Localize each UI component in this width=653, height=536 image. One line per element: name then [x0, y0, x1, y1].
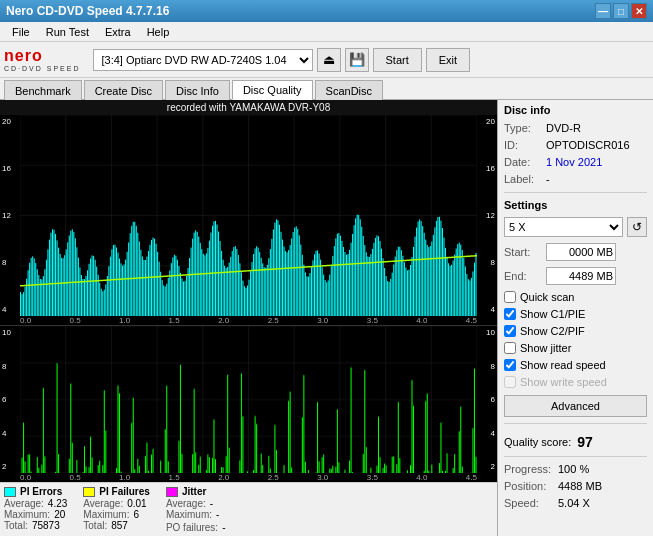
top-chart-y-right: 20 16 12 8 4: [477, 115, 495, 316]
save-icon[interactable]: 💾: [345, 48, 369, 72]
jitter-avg: -: [210, 498, 213, 509]
pi-failures-avg: 0.01: [127, 498, 146, 509]
stats-bar: PI Errors Average: 4.23 Maximum: 20 Tota…: [0, 482, 497, 536]
position-val: 4488 MB: [558, 480, 602, 492]
disc-type-row: Type: DVD-R: [504, 122, 647, 134]
right-panel: Disc info Type: DVD-R ID: OPTODISCR016 D…: [498, 100, 653, 536]
show-jitter-label: Show jitter: [520, 342, 571, 354]
menu-file[interactable]: File: [4, 24, 38, 40]
logo: nero CD·DVD SPEED: [4, 47, 81, 72]
divider1: [504, 192, 647, 193]
speed-display-val: 5.04 X: [558, 497, 590, 509]
disc-label-val: -: [546, 173, 550, 185]
show-jitter-row: Show jitter: [504, 342, 647, 354]
show-c2pif-checkbox[interactable]: [504, 325, 516, 337]
tab-disc-quality[interactable]: Disc Quality: [232, 80, 313, 100]
quality-score-row: Quality score: 97: [504, 434, 647, 450]
disc-type-val: DVD-R: [546, 122, 581, 134]
show-c1pie-checkbox[interactable]: [504, 308, 516, 320]
show-c2pif-row: Show C2/PIF: [504, 325, 647, 337]
maximize-button[interactable]: □: [613, 3, 629, 19]
x-axis-labels-bottom: 0.0 0.5 1.0 1.5 2.0 2.5 3.0 3.5 4.0 4.5: [0, 473, 497, 482]
disc-label-row: Label: -: [504, 173, 647, 185]
disc-id-val: OPTODISCR016: [546, 139, 630, 151]
pi-failures-max: 6: [133, 509, 139, 520]
settings-title: Settings: [504, 199, 647, 211]
show-write-speed-checkbox[interactable]: [504, 376, 516, 388]
pi-errors-stat: PI Errors Average: 4.23 Maximum: 20 Tota…: [4, 486, 67, 533]
speed-row: 5 X ↺: [504, 217, 647, 237]
chart-title: recorded with YAMAKAWA DVR-Y08: [0, 100, 497, 115]
minimize-button[interactable]: —: [595, 3, 611, 19]
show-c2pif-label: Show C2/PIF: [520, 325, 585, 337]
main-content: recorded with YAMAKAWA DVR-Y08 20 16 12 …: [0, 100, 653, 536]
pi-failures-total: 857: [111, 520, 128, 531]
pi-errors-avg: 4.23: [48, 498, 67, 509]
pi-errors-color: [4, 487, 16, 497]
show-jitter-checkbox[interactable]: [504, 342, 516, 354]
jitter-max: -: [216, 509, 219, 520]
pi-errors-total: 75873: [32, 520, 60, 531]
tab-benchmark[interactable]: Benchmark: [4, 80, 82, 100]
jitter-stat: Jitter Average: - Maximum: - PO failures…: [166, 486, 226, 533]
show-read-speed-label: Show read speed: [520, 359, 606, 371]
tab-disc-info[interactable]: Disc Info: [165, 80, 230, 100]
show-c1pie-label: Show C1/PIE: [520, 308, 585, 320]
menu-extra[interactable]: Extra: [97, 24, 139, 40]
top-chart-canvas: [20, 115, 477, 316]
quality-score-val: 97: [577, 434, 593, 450]
show-c1pie-row: Show C1/PIE: [504, 308, 647, 320]
refresh-icon[interactable]: ↺: [627, 217, 647, 237]
end-mb-row: End:: [504, 267, 647, 285]
start-mb-row: Start:: [504, 243, 647, 261]
show-write-speed-row: Show write speed: [504, 376, 647, 388]
quick-scan-checkbox[interactable]: [504, 291, 516, 303]
bottom-chart-y-left: 10 8 6 4 2: [2, 326, 20, 473]
title-buttons: — □ ✕: [595, 3, 647, 19]
disc-date-val: 1 Nov 2021: [546, 156, 602, 168]
disc-date-row: Date: 1 Nov 2021: [504, 156, 647, 168]
tabs-bar: Benchmark Create Disc Disc Info Disc Qua…: [0, 78, 653, 100]
start-mb-field[interactable]: [546, 243, 616, 261]
app-title: Nero CD-DVD Speed 4.7.7.16: [6, 4, 595, 18]
advanced-button[interactable]: Advanced: [504, 395, 647, 417]
tab-create-disc[interactable]: Create Disc: [84, 80, 163, 100]
position-row: Position: 4488 MB: [504, 480, 647, 492]
quick-scan-row: Quick scan: [504, 291, 647, 303]
show-write-speed-label: Show write speed: [520, 376, 607, 388]
toolbar: nero CD·DVD SPEED [3:4] Optiarc DVD RW A…: [0, 42, 653, 78]
drive-select[interactable]: [3:4] Optiarc DVD RW AD-7240S 1.04: [93, 49, 313, 71]
speed-select[interactable]: 5 X: [504, 217, 623, 237]
divider2: [504, 423, 647, 424]
top-chart-y-left: 20 16 12 8 4: [2, 115, 20, 316]
menu-run-test[interactable]: Run Test: [38, 24, 97, 40]
bottom-chart-y-right: 10 8 6 4 2: [477, 326, 495, 473]
po-failures-val: -: [222, 522, 225, 533]
tab-scan-disc[interactable]: ScanDisc: [315, 80, 383, 100]
logo-nero: nero: [4, 47, 81, 65]
start-button[interactable]: Start: [373, 48, 422, 72]
pi-errors-max: 20: [54, 509, 65, 520]
end-mb-field[interactable]: [546, 267, 616, 285]
quality-score-label: Quality score:: [504, 436, 571, 448]
speed-display-row: Speed: 5.04 X: [504, 497, 647, 509]
progress-val: 100 %: [558, 463, 589, 475]
pi-errors-label: PI Errors: [20, 486, 62, 497]
close-button[interactable]: ✕: [631, 3, 647, 19]
menu-bar: File Run Test Extra Help: [0, 22, 653, 42]
show-read-speed-checkbox[interactable]: [504, 359, 516, 371]
logo-sub: CD·DVD SPEED: [4, 65, 81, 72]
disc-id-row: ID: OPTODISCR016: [504, 139, 647, 151]
show-read-speed-row: Show read speed: [504, 359, 647, 371]
title-bar: Nero CD-DVD Speed 4.7.7.16 — □ ✕: [0, 0, 653, 22]
disc-info-title: Disc info: [504, 104, 647, 116]
bottom-chart-canvas: [20, 326, 477, 473]
pi-failures-color: [83, 487, 95, 497]
pi-failures-stat: PI Failures Average: 0.01 Maximum: 6 Tot…: [83, 486, 150, 533]
jitter-label: Jitter: [182, 486, 206, 497]
exit-button[interactable]: Exit: [426, 48, 470, 72]
menu-help[interactable]: Help: [139, 24, 178, 40]
x-axis-labels-top: 0.0 0.5 1.0 1.5 2.0 2.5 3.0 3.5 4.0 4.5: [0, 316, 497, 325]
jitter-color: [166, 487, 178, 497]
eject-icon[interactable]: ⏏: [317, 48, 341, 72]
